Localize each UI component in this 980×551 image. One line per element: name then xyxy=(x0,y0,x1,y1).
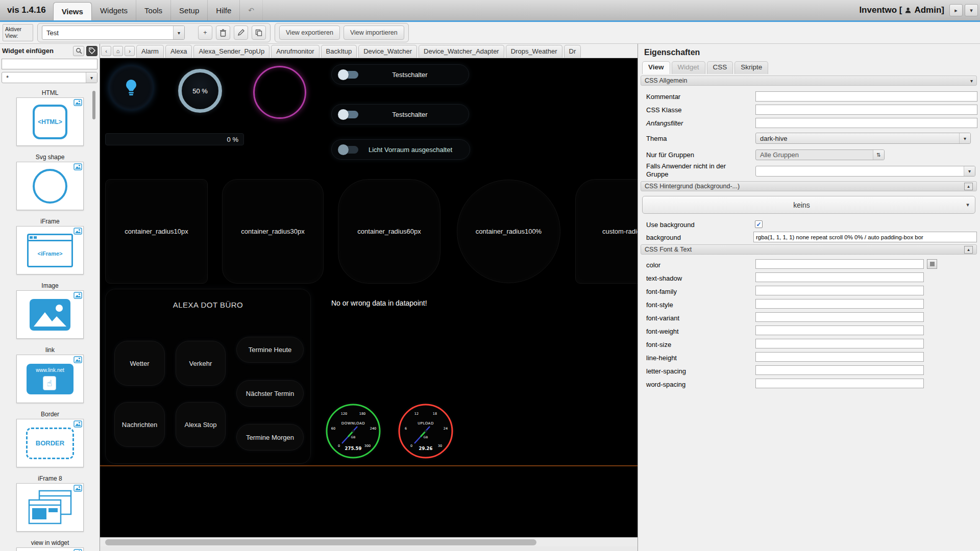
tab-view[interactable]: View xyxy=(642,61,670,74)
tabs-scroll-right-button[interactable]: › xyxy=(125,46,135,56)
alexa-termine-heute-button[interactable]: Termine Heute xyxy=(236,337,304,363)
progress-bar-widget[interactable]: 0 % xyxy=(105,133,244,145)
rename-view-button[interactable] xyxy=(234,26,248,40)
container-radius30[interactable]: container_radius30px xyxy=(222,179,324,284)
view-tab-device-watcher[interactable]: Device_Watcher xyxy=(358,45,417,58)
view-canvas[interactable]: 50 % Testschalter Testschalter Licht Vor… xyxy=(100,58,638,537)
add-view-button[interactable]: + xyxy=(198,26,212,40)
view-tab-anrufmonitor[interactable]: Anrufmonitor xyxy=(271,45,319,58)
widget-item-iframe8[interactable]: iFrame 8 xyxy=(0,475,100,539)
light-button-widget[interactable] xyxy=(109,66,153,110)
font-variant-input[interactable] xyxy=(755,312,924,322)
kommentar-input[interactable] xyxy=(755,91,977,102)
widget-item-iframe[interactable]: iFrame <iFrame> xyxy=(0,218,100,282)
color-picker-button[interactable] xyxy=(927,259,937,269)
menu-tab-views[interactable]: Views xyxy=(53,2,92,20)
copy-view-button[interactable] xyxy=(252,26,266,40)
view-tab-backitup[interactable]: BackItup xyxy=(321,45,357,58)
section-css-font-text[interactable]: CSS Font & Text ▴ xyxy=(641,244,977,255)
color-input[interactable] xyxy=(755,259,924,269)
background-input[interactable] xyxy=(753,232,977,242)
menu-tab-setup[interactable]: Setup xyxy=(171,0,208,20)
widget-item-view-in-widget[interactable]: view in widget xyxy=(0,539,100,551)
widget-item-border[interactable]: Border BORDER xyxy=(0,411,100,475)
word-spacing-input[interactable] xyxy=(755,379,924,388)
view-tab-device-watcher-adapter[interactable]: Device_Watcher_Adapter xyxy=(419,45,504,58)
upload-gauge-widget[interactable]: 0 6 12 18 24 30 UPLOAD GB 29.26 xyxy=(395,400,456,462)
alexa-wetter-button[interactable]: Wetter xyxy=(114,341,165,386)
alexa-termine-morgen-button[interactable]: Termine Morgen xyxy=(236,424,304,450)
view-import-button[interactable]: View importieren xyxy=(344,26,404,40)
alexa-stop-button[interactable]: Alexa Stop xyxy=(176,402,226,447)
toggle-switch[interactable] xyxy=(339,111,358,118)
tabs-home-button[interactable]: ⌂ xyxy=(113,46,123,56)
text-shadow-input[interactable] xyxy=(755,272,924,282)
collapse-icon[interactable]: ▴ xyxy=(964,246,973,254)
font-family-input[interactable] xyxy=(755,286,924,295)
download-gauge-widget[interactable]: 0 60 120 180 240 300 DOWNLOAD GB 275.59 xyxy=(323,400,384,462)
font-weight-input[interactable] xyxy=(755,325,924,335)
font-style-input[interactable] xyxy=(755,299,924,309)
chevron-down-icon: ▾ xyxy=(173,26,184,39)
view-tab-alexa[interactable]: Alexa xyxy=(165,45,192,58)
sidebar-scrollbar-thumb[interactable] xyxy=(92,91,95,119)
gruppen-select[interactable]: Alle Gruppen ⇅ xyxy=(755,149,885,160)
css-klasse-input[interactable] xyxy=(755,105,977,115)
dimmer-knob-widget[interactable]: 50 % xyxy=(178,69,222,113)
container-custom-radius[interactable]: custom-radio_ra xyxy=(575,179,638,284)
section-css-hintergrund[interactable]: CSS Hintergrund (background-...) ▴ xyxy=(641,181,977,191)
alexa-naechster-termin-button[interactable]: Nächster Termin xyxy=(236,380,304,407)
chevron-down-icon: ▾ xyxy=(86,72,97,83)
undo-button[interactable]: ↶ xyxy=(240,0,263,20)
menu-tab-widgets[interactable]: Widgets xyxy=(92,0,136,20)
view-tab-clipped[interactable]: Dr xyxy=(564,45,581,58)
delete-view-button[interactable] xyxy=(216,26,230,40)
widget-item-svg-shape[interactable]: Svg shape xyxy=(0,154,100,218)
toggle-switch[interactable] xyxy=(339,71,358,79)
container-radius60[interactable]: container_radius60px xyxy=(338,179,440,284)
widget-tag-filter-button[interactable] xyxy=(86,46,97,56)
alexa-verkehr-button[interactable]: Verkehr xyxy=(176,341,226,386)
switch-widget-2[interactable]: Testschalter xyxy=(331,104,469,124)
view-tab-alexa-sender-popup[interactable]: Alexa_Sender_PopUp xyxy=(193,45,270,58)
view-tab-drops-weather[interactable]: Drops_Weather xyxy=(506,45,562,58)
widget-item-html[interactable]: HTML <HTML> xyxy=(0,89,100,154)
widget-item-image[interactable]: Image xyxy=(0,282,100,346)
canvas-horizontal-scrollbar[interactable] xyxy=(100,537,638,546)
thema-select[interactable]: dark-hive ▾ xyxy=(755,133,971,144)
font-size-input[interactable] xyxy=(755,339,924,348)
switch-widget-1[interactable]: Testschalter xyxy=(331,64,469,85)
panel-collapse-right-button[interactable]: ▸ xyxy=(949,4,963,16)
letter-spacing-input[interactable] xyxy=(755,365,924,375)
widget-search-button[interactable] xyxy=(73,46,84,56)
widget-filter-input[interactable] xyxy=(2,59,97,69)
anfangsfilter-input[interactable] xyxy=(755,118,977,128)
menu-tab-hilfe[interactable]: Hilfe xyxy=(208,0,240,20)
container-radius10[interactable]: container_radius10px xyxy=(105,179,208,284)
tab-widget[interactable]: Widget xyxy=(672,61,705,74)
ring-widget[interactable] xyxy=(253,66,306,119)
background-preset-select[interactable]: keins ▾ xyxy=(642,196,975,214)
active-view-select[interactable]: Test ▾ xyxy=(42,26,185,40)
widget-item-link[interactable]: link www.link.net ☝ xyxy=(0,346,100,411)
section-css-allgemein[interactable]: CSS Allgemein ▾ xyxy=(641,76,977,86)
widget-category-select[interactable]: * ▾ xyxy=(2,72,97,83)
falls-gruppe-select[interactable]: ▾ xyxy=(755,166,975,177)
container-radius100[interactable]: container_radius100% xyxy=(457,180,560,283)
view-export-button[interactable]: View exportieren xyxy=(279,26,340,40)
switch-widget-3[interactable]: Licht Vorraum ausgeschaltet xyxy=(331,139,470,160)
canvas-scrollbar-thumb[interactable] xyxy=(105,539,536,545)
toggle-switch[interactable] xyxy=(339,146,358,154)
menu-tab-tools[interactable]: Tools xyxy=(136,0,171,20)
home-icon: ⌂ xyxy=(116,48,120,54)
panel-collapse-down-button[interactable]: ▾ xyxy=(965,4,978,16)
collapse-icon[interactable]: ▾ xyxy=(970,78,973,84)
line-height-input[interactable] xyxy=(755,352,924,362)
use-background-checkbox[interactable]: ✓ xyxy=(755,220,763,228)
tab-skripte[interactable]: Skripte xyxy=(734,61,768,74)
view-tab-alarm[interactable]: Alarm xyxy=(136,45,164,58)
tab-css[interactable]: CSS xyxy=(707,61,733,74)
alexa-nachrichten-button[interactable]: Nachrichten xyxy=(114,402,165,447)
tabs-scroll-left-button[interactable]: ‹ xyxy=(101,46,111,56)
collapse-icon[interactable]: ▴ xyxy=(964,183,973,190)
